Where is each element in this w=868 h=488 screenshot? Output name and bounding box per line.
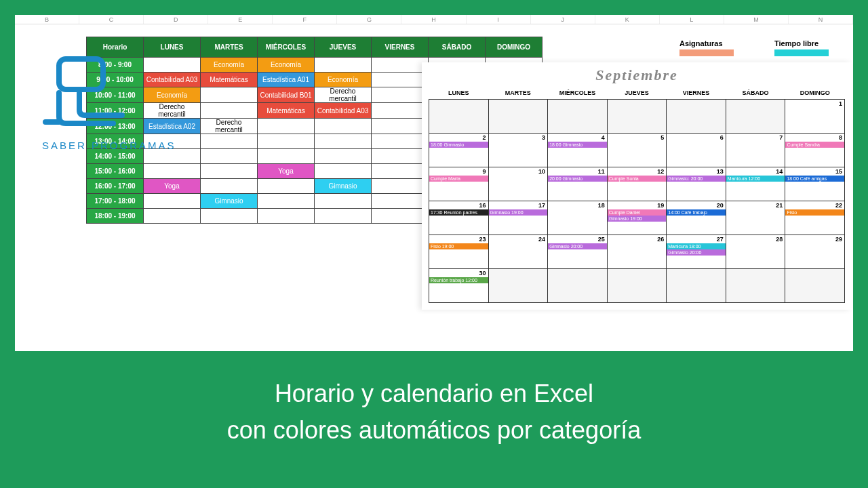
sched-cell[interactable] — [315, 194, 372, 209]
cal-event[interactable]: 18:00 Gimnasio — [429, 142, 488, 148]
cal-cell[interactable]: 26 — [607, 235, 667, 269]
sched-cell[interactable] — [144, 164, 201, 179]
sched-cell[interactable] — [258, 194, 315, 209]
sched-header[interactable]: JUEVES — [315, 37, 372, 58]
sched-cell[interactable] — [315, 149, 372, 164]
cal-cell[interactable] — [548, 269, 608, 303]
sched-cell[interactable] — [372, 179, 429, 194]
sched-cell[interactable] — [201, 134, 258, 149]
sched-cell[interactable]: Estadística A01 — [258, 73, 315, 87]
cal-cell[interactable]: 12Cumple Sonia — [607, 167, 667, 201]
cal-event[interactable]: Cumple Daniel — [608, 209, 667, 216]
sched-header[interactable]: DOMINGO — [486, 37, 542, 58]
cal-event[interactable]: Gimnasio: 20:00 — [667, 176, 726, 182]
cal-event[interactable]: Gimnasio 19:00 — [608, 216, 667, 222]
sched-header[interactable]: LUNES — [144, 37, 201, 58]
sched-cell[interactable]: Economía — [315, 73, 372, 87]
cal-cell[interactable]: 1518:00 Café amigas — [785, 167, 845, 201]
cal-cell[interactable] — [607, 100, 667, 134]
cal-cell[interactable]: 5 — [607, 134, 667, 167]
cal-cell[interactable]: 218:00 Gimnasio — [429, 134, 489, 167]
cal-cell[interactable]: 1 — [785, 100, 845, 134]
sched-cell[interactable] — [372, 149, 429, 164]
sched-cell[interactable] — [315, 58, 372, 73]
sched-cell[interactable] — [372, 103, 429, 119]
sched-header[interactable]: VIERNES — [372, 37, 429, 58]
cal-cell[interactable]: 2014:00 Café trabajo — [667, 201, 726, 235]
sched-cell[interactable]: Contabilidad A03 — [315, 103, 372, 119]
sched-cell[interactable]: Gimnasio — [201, 194, 258, 209]
sched-header[interactable]: MIÉRCOLES — [258, 37, 315, 58]
sched-cell[interactable]: Economía — [258, 58, 315, 73]
cal-cell[interactable]: 19Cumple DanielGimnasio 19:00 — [607, 201, 667, 235]
cal-cell[interactable] — [488, 269, 548, 303]
sched-cell[interactable]: Derecho mercantil — [315, 87, 372, 103]
sched-cell[interactable] — [144, 194, 201, 209]
sched-cell[interactable]: Contabilidad B01 — [258, 87, 315, 103]
sched-cell[interactable] — [372, 58, 429, 73]
sched-cell[interactable] — [201, 209, 258, 224]
cal-event[interactable]: 20:00 Gimnasio — [548, 176, 607, 182]
cal-cell[interactable] — [429, 100, 489, 134]
sched-cell[interactable]: Gimnasio — [315, 179, 372, 194]
sched-cell[interactable] — [201, 149, 258, 164]
cal-cell[interactable]: 21 — [726, 201, 785, 235]
sched-cell[interactable] — [372, 164, 429, 179]
sched-cell[interactable]: Economía — [201, 58, 258, 73]
sched-cell[interactable] — [315, 209, 372, 224]
sched-cell[interactable] — [315, 119, 372, 134]
cal-event[interactable]: Cumple Sonia — [608, 176, 667, 182]
time-slot[interactable]: 16:00 - 17:00 — [87, 179, 144, 194]
cal-cell[interactable]: 23Fisio 19:00 — [429, 235, 489, 269]
sched-cell[interactable] — [258, 134, 315, 149]
cal-cell[interactable] — [667, 100, 726, 134]
cal-event[interactable]: Gimnasio 20:00 — [548, 243, 607, 249]
sched-cell[interactable]: Yoga — [258, 164, 315, 179]
cal-cell[interactable]: 1120:00 Gimnasio — [548, 167, 608, 201]
sched-cell[interactable] — [201, 179, 258, 194]
sched-cell[interactable] — [315, 164, 372, 179]
cal-event[interactable]: Fisio — [785, 209, 844, 216]
sched-cell[interactable] — [201, 87, 258, 103]
cal-cell[interactable]: 13Gimnasio: 20:00 — [667, 167, 726, 201]
sched-cell[interactable]: Matemáticas — [258, 103, 315, 119]
sched-cell[interactable] — [258, 149, 315, 164]
sched-cell[interactable] — [315, 134, 372, 149]
cal-cell[interactable]: 29 — [785, 235, 845, 269]
time-slot[interactable]: 15:00 - 16:00 — [87, 164, 144, 179]
cal-cell[interactable]: 24 — [488, 235, 548, 269]
cal-event[interactable]: Manicura 12:00 — [726, 176, 785, 182]
cal-event[interactable]: 18:00 Café amigas — [785, 176, 844, 182]
cal-event[interactable]: Gimnasio 20:00 — [667, 249, 726, 256]
cal-cell[interactable]: 10 — [488, 167, 548, 201]
sched-cell[interactable] — [372, 209, 429, 224]
sched-cell[interactable]: Matemáticas — [201, 73, 258, 87]
calendar-table[interactable]: LUNESMARTESMIÉRCOLESJUEVESVIERNESSÁBADOD… — [429, 87, 845, 303]
cal-cell[interactable]: 18 — [548, 201, 608, 235]
sched-cell[interactable]: Derecho mercantil — [201, 119, 258, 134]
sched-cell[interactable] — [372, 119, 429, 134]
cal-cell[interactable]: 30Reunión trabajo 12:00 — [429, 269, 489, 303]
cal-event[interactable]: 14:00 Café trabajo — [667, 209, 726, 216]
cal-cell[interactable]: 27Manicura 18:00Gimnasio 20:00 — [667, 235, 726, 269]
sched-cell[interactable] — [201, 164, 258, 179]
cal-cell[interactable] — [548, 100, 608, 134]
sched-cell[interactable] — [372, 87, 429, 103]
cal-cell[interactable] — [726, 100, 785, 134]
cal-cell[interactable] — [607, 269, 667, 303]
sched-cell[interactable] — [201, 103, 258, 119]
cal-event[interactable]: Gimnasio 19:00 — [489, 209, 548, 216]
cal-cell[interactable]: 28 — [726, 235, 785, 269]
cal-cell[interactable]: 25Gimnasio 20:00 — [548, 235, 608, 269]
sched-cell[interactable] — [258, 209, 315, 224]
cal-event[interactable]: 17:30 Reunión padres — [429, 209, 488, 216]
sched-cell[interactable] — [144, 209, 201, 224]
cal-event[interactable]: Cumple Sandra — [785, 142, 844, 148]
time-slot[interactable]: 17:00 - 18:00 — [87, 194, 144, 209]
cal-cell[interactable]: 418:00 Gimnasio — [548, 134, 608, 167]
cal-cell[interactable]: 8Cumple Sandra — [785, 134, 845, 167]
cal-event[interactable]: Manicura 18:00 — [667, 243, 726, 249]
sched-cell[interactable] — [258, 179, 315, 194]
sched-cell[interactable]: Yoga — [144, 179, 201, 194]
cal-event[interactable]: Reunión trabajo 12:00 — [429, 277, 488, 283]
